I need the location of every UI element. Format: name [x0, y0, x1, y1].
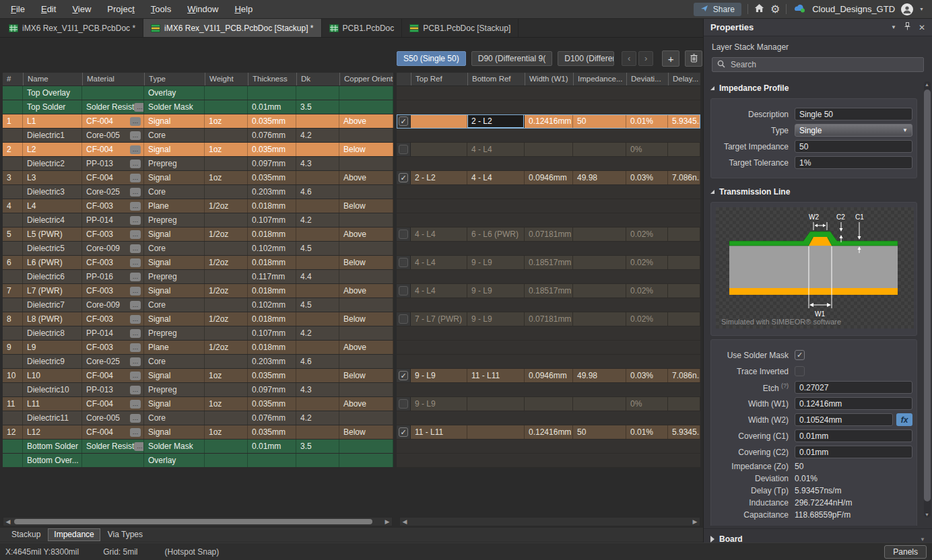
- cell-type[interactable]: Signal: [144, 171, 205, 184]
- cell-dk[interactable]: 3.5: [296, 440, 339, 453]
- material-picker-button[interactable]: …: [130, 117, 141, 126]
- cell-weight[interactable]: [205, 355, 248, 368]
- cell-bottom-ref[interactable]: 4 - L4: [467, 143, 525, 156]
- enabled-checkbox[interactable]: ✓: [399, 314, 408, 324]
- cell-orient[interactable]: Above: [339, 171, 393, 184]
- cell-n[interactable]: [3, 185, 23, 199]
- cell-type[interactable]: Prepreg: [144, 270, 205, 283]
- cell-impedance[interactable]: [573, 256, 626, 269]
- cell-n[interactable]: 8: [3, 312, 23, 326]
- cell-weight[interactable]: [205, 129, 248, 142]
- cell-orient[interactable]: Above: [339, 284, 393, 298]
- cell-deviation[interactable]: 0.03%: [626, 369, 668, 382]
- stackup-row[interactable]: Dielectric5Core-009…Core0.102mm4.5: [3, 242, 393, 256]
- cell-type[interactable]: Core: [144, 355, 205, 368]
- cell-n[interactable]: [3, 298, 23, 312]
- cell-weight[interactable]: 1/2oz: [205, 228, 248, 241]
- cell-top-ref[interactable]: 4 - L4: [411, 256, 467, 269]
- cell-dk[interactable]: [296, 369, 339, 382]
- cell-width-w1[interactable]: 0.07181mm: [525, 228, 573, 241]
- cell-n[interactable]: [3, 86, 23, 100]
- cell-name[interactable]: L3: [23, 171, 82, 184]
- cell-thickness[interactable]: 0.107mm: [248, 326, 296, 340]
- cell-width-w1[interactable]: 0.12416mm: [525, 425, 573, 439]
- column-header[interactable]: Weight: [205, 73, 248, 85]
- column-header[interactable]: Impedance...: [573, 73, 626, 85]
- cell-name[interactable]: Dielectric4: [23, 213, 82, 227]
- cell-dk[interactable]: 4.2: [296, 213, 339, 227]
- material-picker-button[interactable]: …: [130, 428, 141, 437]
- cell-material[interactable]: [82, 454, 144, 467]
- cell-dk[interactable]: [296, 454, 339, 467]
- section-transmission-line[interactable]: Transmission Line: [704, 181, 923, 199]
- material-picker-button[interactable]: …: [130, 131, 141, 140]
- cell-orient[interactable]: Below: [339, 312, 393, 326]
- search-box[interactable]: [712, 57, 924, 72]
- cell-material[interactable]: CF-004…: [82, 171, 144, 184]
- cell-deviation[interactable]: 0.01%: [626, 114, 668, 128]
- cell-type[interactable]: Signal: [144, 425, 205, 439]
- material-picker-button[interactable]: …: [130, 301, 141, 310]
- cell-n[interactable]: [3, 383, 23, 396]
- stackup-row[interactable]: Top OverlayOverlay: [3, 86, 393, 100]
- cell-dk[interactable]: [296, 199, 339, 213]
- column-header[interactable]: Copper Orient...: [339, 73, 393, 85]
- enabled-checkbox[interactable]: ✓: [399, 286, 408, 295]
- cell-dk[interactable]: 4.3: [296, 157, 339, 170]
- cell-material[interactable]: PP-016…: [82, 270, 144, 283]
- cell-orient[interactable]: [339, 242, 393, 255]
- cell-enabled[interactable]: ✓: [397, 284, 411, 298]
- cell-name[interactable]: Top Solder: [23, 100, 82, 114]
- impedance-row[interactable]: ✓2 - L24 - L40.0946mm49.980.03%7.086n...: [397, 171, 700, 185]
- stackup-row[interactable]: Dielectric6PP-016…Prepreg0.117mm4.4: [3, 270, 393, 284]
- profile-tab[interactable]: D90 (Differential 9(: [471, 51, 553, 66]
- view-tab-stackup[interactable]: Stackup: [6, 529, 46, 540]
- cell-thickness[interactable]: 0.018mm: [248, 312, 296, 326]
- cell-weight[interactable]: [205, 411, 248, 425]
- cell-enabled[interactable]: ✓: [397, 425, 411, 439]
- material-picker-button[interactable]: …: [130, 287, 141, 295]
- column-header[interactable]: Delay...: [668, 73, 700, 85]
- cell-deviation[interactable]: 0.01%: [626, 425, 668, 439]
- cell-bottom-ref[interactable]: [467, 397, 525, 411]
- cell-thickness[interactable]: 0.097mm: [248, 157, 296, 170]
- stackup-row[interactable]: Bottom SolderSolder Resist…Solder Mask0.…: [3, 440, 393, 454]
- covering-c2-field[interactable]: [795, 446, 912, 458]
- cell-thickness[interactable]: 0.203mm: [248, 185, 296, 199]
- cell-deviation[interactable]: 0.02%: [626, 312, 668, 326]
- stackup-row[interactable]: 4L4CF-003…Plane1/2oz0.018mmBelow: [3, 199, 393, 213]
- cell-type[interactable]: Solder Mask: [144, 100, 205, 114]
- material-picker-button[interactable]: …: [130, 160, 141, 168]
- cell-type[interactable]: Plane: [144, 341, 205, 354]
- view-tab-via-types[interactable]: Via Types: [102, 529, 148, 540]
- cell-weight[interactable]: 1oz: [205, 397, 248, 411]
- cell-weight[interactable]: [205, 270, 248, 283]
- stackup-row[interactable]: 10L10CF-004…Signal1oz0.035mmBelow: [3, 369, 393, 383]
- cell-top-ref[interactable]: [411, 114, 467, 128]
- cell-delay[interactable]: [668, 256, 700, 269]
- cell-deviation[interactable]: 0%: [626, 397, 668, 411]
- cell-name[interactable]: Dielectric3: [23, 185, 82, 199]
- cell-thickness[interactable]: 0.035mm: [248, 397, 296, 411]
- cell-width-w1[interactable]: 0.0946mm: [525, 171, 573, 184]
- menu-tools[interactable]: Tools: [143, 0, 179, 18]
- material-picker-button[interactable]: …: [130, 400, 141, 409]
- stackup-row[interactable]: Dielectric1Core-005…Core0.076mm4.2: [3, 129, 393, 143]
- stackup-row[interactable]: Top SolderSolder Resist…Solder Mask0.01m…: [3, 100, 393, 114]
- scroll-down-icon[interactable]: ▼: [925, 512, 929, 517]
- account-caret-icon[interactable]: ▼: [919, 7, 924, 11]
- cell-orient[interactable]: [339, 383, 393, 396]
- cell-material[interactable]: CF-003…: [82, 256, 144, 269]
- cell-n[interactable]: 3: [3, 171, 23, 184]
- impedance-horizontal-scrollbar[interactable]: ◀ ▶: [399, 517, 700, 526]
- section-impedance-profile[interactable]: Impedance Profile: [704, 77, 923, 95]
- cell-name[interactable]: Bottom Over...: [23, 454, 82, 467]
- cell-type[interactable]: Prepreg: [144, 326, 205, 340]
- cell-name[interactable]: L2: [23, 143, 82, 156]
- cell-impedance[interactable]: [573, 312, 626, 326]
- cell-width-w1[interactable]: [525, 143, 573, 156]
- cell-delay[interactable]: 5.9345...: [668, 425, 700, 439]
- cell-top-ref[interactable]: 2 - L2: [411, 171, 467, 184]
- cell-material[interactable]: CF-003…: [82, 228, 144, 241]
- cell-n[interactable]: 6: [3, 256, 23, 269]
